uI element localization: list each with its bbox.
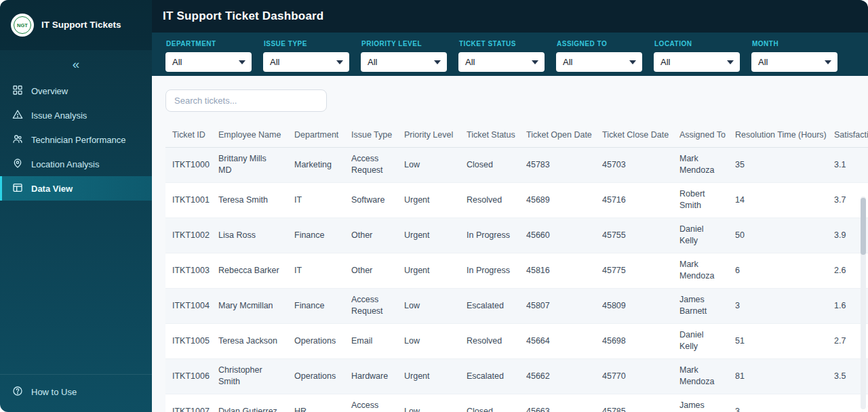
column-header: Ticket Status bbox=[460, 123, 519, 147]
sidebar-item-label: Location Analysis bbox=[31, 159, 99, 169]
filter-month: MONTH All bbox=[751, 39, 837, 76]
table-cell: 45663 bbox=[519, 394, 595, 412]
table-cell: Robert Smith bbox=[673, 182, 728, 218]
scrollbar-thumb[interactable] bbox=[861, 198, 866, 255]
table-cell: 3.1 bbox=[827, 147, 868, 182]
table-cell: 50 bbox=[728, 218, 827, 253]
sidebar-header: NGT IT Support Tickets bbox=[0, 0, 152, 50]
sidebar-nav: Overview Issue Analysis Technician Perfo… bbox=[0, 79, 152, 374]
filter-label: PRIORITY LEVEL bbox=[361, 40, 447, 47]
table-cell: 51 bbox=[728, 323, 827, 358]
table-cell: Finance bbox=[288, 288, 344, 323]
table-cell: Mark Mendoza bbox=[673, 253, 728, 288]
table-cell: Hardware bbox=[344, 358, 397, 394]
warning-triangle-icon bbox=[12, 109, 23, 122]
table-header: Ticket IDEmployee NameDepartmentIssue Ty… bbox=[165, 123, 868, 147]
table-cell: Daniel Kelly bbox=[673, 323, 728, 358]
table-cell: Dylan Gutierrez bbox=[212, 394, 288, 412]
table-row: ITKT1006Christopher SmithOperationsHardw… bbox=[165, 358, 868, 394]
table-cell: Access Request bbox=[344, 394, 397, 412]
table-body: ITKT1000Brittany Mills MDMarketingAccess… bbox=[165, 147, 868, 412]
chevron-down-icon bbox=[434, 60, 441, 64]
table-cell: Mary Mcmillan bbox=[212, 288, 288, 323]
sidebar-item-how-to-use[interactable]: How to Use bbox=[0, 374, 152, 412]
filter-month-select[interactable]: All bbox=[751, 52, 837, 72]
filter-label: DEPARTMENT bbox=[166, 40, 252, 47]
sidebar-collapse-button[interactable]: « bbox=[0, 50, 152, 79]
selected-value: All bbox=[270, 57, 279, 67]
table-cell: In Progress bbox=[460, 253, 519, 288]
chevron-down-icon bbox=[532, 60, 538, 64]
table-cell: 3 bbox=[728, 394, 827, 412]
table-cell: 14 bbox=[728, 182, 827, 218]
top-header: IT Support Ticket Dashboard bbox=[152, 0, 868, 33]
table-cell: 45807 bbox=[519, 288, 595, 323]
filter-department: DEPARTMENT All bbox=[165, 39, 252, 76]
sidebar-item-issue-analysis[interactable]: Issue Analysis bbox=[0, 103, 152, 127]
app-window: NGT IT Support Tickets « Overview Issue … bbox=[0, 0, 868, 412]
column-header: Ticket Open Date bbox=[519, 123, 595, 147]
filter-label: LOCATION bbox=[654, 40, 740, 47]
table-cell: Closed bbox=[460, 394, 519, 412]
table-cell: HR bbox=[288, 394, 344, 412]
app-title: IT Support Tickets bbox=[41, 20, 121, 30]
table-cell: ITKT1003 bbox=[165, 253, 212, 288]
filter-department-select[interactable]: All bbox=[165, 52, 252, 72]
filter-issue-type-select[interactable]: All bbox=[263, 52, 349, 72]
table-cell: 45775 bbox=[595, 253, 673, 288]
filter-location-select[interactable]: All bbox=[654, 52, 740, 72]
search-input[interactable] bbox=[165, 89, 327, 112]
page-title: IT Support Ticket Dashboard bbox=[163, 9, 323, 23]
table-cell: Escalated bbox=[460, 358, 519, 394]
filter-location: LOCATION All bbox=[654, 39, 740, 76]
table-cell: 45689 bbox=[519, 182, 595, 218]
filter-ticket-status-select[interactable]: All bbox=[458, 52, 545, 72]
table-cell: 45755 bbox=[595, 218, 673, 253]
sidebar-item-location-analysis[interactable]: Location Analysis bbox=[0, 152, 152, 176]
table-cell: ITKT1002 bbox=[165, 218, 212, 253]
table-cell: Teresa Jackson bbox=[212, 323, 288, 358]
table-cell: Low bbox=[397, 394, 460, 412]
table-cell: Low bbox=[397, 323, 460, 358]
table-cell: Marketing bbox=[288, 147, 344, 182]
selected-value: All bbox=[368, 57, 377, 67]
sidebar-item-overview[interactable]: Overview bbox=[0, 79, 152, 103]
table-cell: Software bbox=[344, 182, 397, 218]
column-header: Assigned To bbox=[673, 123, 728, 147]
users-icon bbox=[12, 133, 23, 146]
column-header: Employee Name bbox=[212, 123, 288, 147]
table-cell: ITKT1001 bbox=[165, 182, 212, 218]
table-cell: In Progress bbox=[460, 218, 519, 253]
column-header: Ticket Close Date bbox=[595, 123, 673, 147]
tickets-table: Ticket IDEmployee NameDepartmentIssue Ty… bbox=[165, 123, 868, 412]
table-row: ITKT1003Rebecca BarkerITOtherUrgentIn Pr… bbox=[165, 253, 868, 288]
table-cell: 45716 bbox=[595, 182, 673, 218]
selected-value: All bbox=[660, 57, 670, 67]
map-pin-icon bbox=[12, 158, 23, 171]
column-header: Resolution Time (Hours) bbox=[728, 123, 827, 147]
table-cell: Resolved bbox=[460, 323, 519, 358]
tickets-table-wrap: Ticket IDEmployee NameDepartmentIssue Ty… bbox=[165, 123, 868, 412]
filter-assigned-to-select[interactable]: All bbox=[556, 52, 642, 72]
table-icon bbox=[12, 182, 23, 195]
table-row: ITKT1001Teresa SmithITSoftwareUrgentReso… bbox=[165, 182, 868, 218]
chevron-down-icon bbox=[727, 60, 734, 64]
table-cell: Resolved bbox=[460, 182, 519, 218]
table-cell: Lisa Ross bbox=[212, 218, 288, 253]
table-scrollbar[interactable] bbox=[861, 197, 866, 409]
logo-text: NGT bbox=[14, 16, 31, 34]
table-row: ITKT1007Dylan GutierrezHRAccess RequestL… bbox=[165, 394, 868, 412]
table-cell: Urgent bbox=[397, 218, 460, 253]
table-row: ITKT1002Lisa RossFinanceOtherUrgentIn Pr… bbox=[165, 218, 868, 253]
filter-priority-level-select[interactable]: All bbox=[361, 52, 447, 72]
sidebar-item-data-view[interactable]: Data View bbox=[0, 176, 152, 201]
table-cell: Mark Mendoza bbox=[673, 147, 728, 182]
table-cell: ITKT1000 bbox=[165, 147, 212, 182]
sidebar-item-technician-performance[interactable]: Technician Performance bbox=[0, 127, 152, 152]
sidebar-item-label: Overview bbox=[31, 86, 68, 96]
main-area: IT Support Ticket Dashboard DEPARTMENT A… bbox=[152, 0, 868, 412]
grid-icon bbox=[12, 85, 23, 98]
table-cell: Daniel Kelly bbox=[673, 218, 728, 253]
chevron-down-icon bbox=[336, 60, 343, 64]
selected-value: All bbox=[172, 57, 182, 67]
